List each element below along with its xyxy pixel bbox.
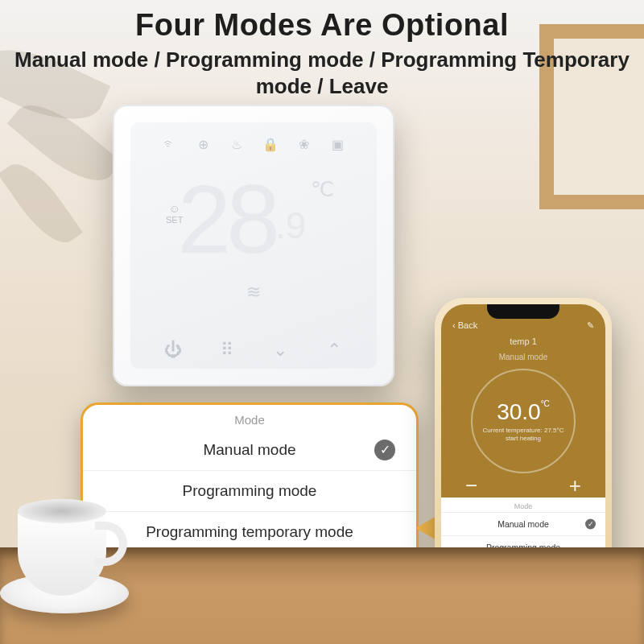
flame-icon: ♨ xyxy=(229,137,245,153)
phone-mode-manual[interactable]: Manual mode ✓ xyxy=(441,512,605,535)
subheadline: Manual mode / Programming mode / Program… xyxy=(0,47,644,99)
temp-minus-button[interactable]: − xyxy=(465,473,477,498)
phone-notch xyxy=(487,304,559,319)
phone-mode-label: Manual mode xyxy=(441,353,605,361)
leaf-icon: ❀ xyxy=(295,137,312,153)
mode-option-manual[interactable]: Manual mode ✓ xyxy=(83,430,416,470)
phone-mode-title: Mode xyxy=(441,497,605,512)
temp-main: 28 xyxy=(178,165,275,273)
mode-button[interactable]: ⠿ xyxy=(211,340,243,361)
dial-info: Current temperature: 27.5°Cstart heating xyxy=(482,427,564,444)
temp-adjust-row: − + xyxy=(441,473,605,498)
power-button[interactable]: ⏻ xyxy=(157,340,189,361)
headline: Four Modes Are Optional xyxy=(0,8,644,43)
mode-option-label: Manual mode xyxy=(203,441,295,458)
product-scene: Four Modes Are Optional Manual mode / Pr… xyxy=(0,0,644,644)
check-icon: ✓ xyxy=(585,519,596,530)
temperature-display: 28.9℃ xyxy=(130,171,377,267)
temperature-dial[interactable]: 30.0°C Current temperature: 27.5°Cstart … xyxy=(471,369,576,473)
edit-button[interactable]: ✎ xyxy=(587,320,594,331)
square-icon: ▣ xyxy=(329,137,345,153)
mode-title: Mode xyxy=(83,405,416,430)
phone-mode-label: Manual mode xyxy=(497,519,549,529)
indicator-row: ᯤ ⊕ ♨ 🔒 ❀ ▣ xyxy=(130,137,377,153)
temp-down-button[interactable]: ⌄ xyxy=(264,340,296,361)
phone-title: temp 1 xyxy=(441,336,605,346)
heating-icon: ≋ xyxy=(130,282,377,303)
thermostat-device: ᯤ ⊕ ♨ 🔒 ❀ ▣ SET 28.9℃ ≋ ⏻ ⠿ ⌄ ⌃ xyxy=(113,105,394,386)
phone-nav-bar: ‹ Back ✎ xyxy=(441,320,605,331)
mode-option-programming-temporary[interactable]: Programming temporary mode xyxy=(83,511,416,552)
check-icon: ✓ xyxy=(374,440,395,460)
temp-unit: ℃ xyxy=(311,177,329,201)
wifi-icon: ᯤ xyxy=(162,137,178,153)
dial-temp: 30.0°C xyxy=(497,399,550,425)
lock-icon: 🔒 xyxy=(262,137,279,153)
target-icon: ⊕ xyxy=(195,137,211,153)
temp-plus-button[interactable]: + xyxy=(569,473,581,498)
back-button[interactable]: ‹ Back xyxy=(452,320,477,331)
mode-option-programming[interactable]: Programming mode xyxy=(83,470,416,511)
temp-decimal: .9 xyxy=(275,204,306,246)
coffee-cup xyxy=(0,443,129,620)
thermostat-buttons: ⏻ ⠿ ⌄ ⌃ xyxy=(130,340,377,361)
thermostat-screen: ᯤ ⊕ ♨ 🔒 ❀ ▣ SET 28.9℃ ≋ ⏻ ⠿ ⌄ ⌃ xyxy=(130,122,377,369)
temp-up-button[interactable]: ⌃ xyxy=(318,340,350,361)
